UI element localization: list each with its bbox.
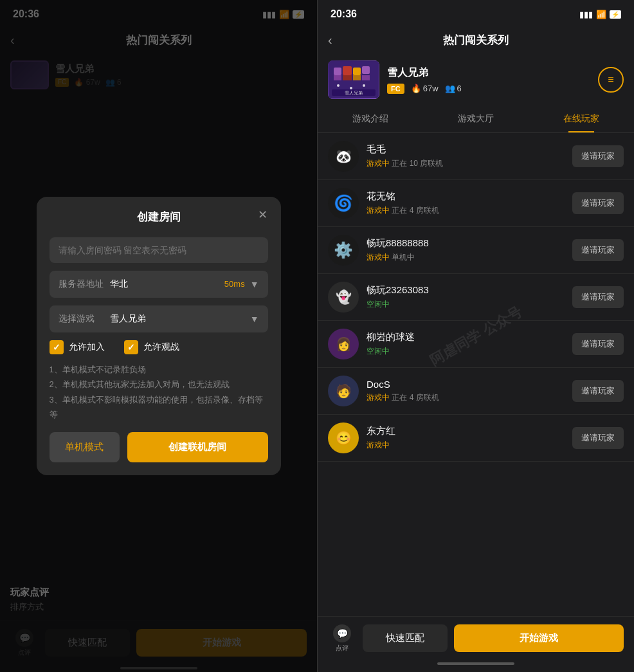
player-avatar-3: ⚙️ [328,235,359,266]
allow-watch-box: ✓ [124,340,138,354]
status-icons-right: ▮▮▮ 📶 ⚡ [579,10,621,19]
invite-btn-1[interactable]: 邀请玩家 [572,145,624,167]
status-text-7: 游戏中 [367,440,390,450]
home-indicator-right [437,662,514,665]
single-mode-btn[interactable]: 单机模式 [50,432,120,462]
back-button-right[interactable]: ‹ [328,33,332,48]
allow-join-box: ✓ [50,340,64,354]
tip-1: 1、单机模式不记录胜负场 [50,362,268,377]
game-thumbnail: 雪人兄弟 [328,60,379,99]
nav-bar-right: ‹ 热门闯关系列 [318,26,634,54]
game-stats-right: FC 🔥 67w 👥 6 [387,84,590,94]
player-info-5: 柳岩的球迷 空闲中 [367,331,565,357]
server-selector[interactable]: 服务器地址 华北 50ms ▼ [50,271,268,298]
menu-icon: ≡ [608,74,613,86]
wifi-icon-right: 📶 [596,10,606,19]
game-menu-btn[interactable]: ≡ [598,67,624,93]
quick-match-btn-right[interactable]: 快速匹配 [363,624,448,652]
status-detail-1b: 正在 10 房联机 [392,159,443,168]
dropdown-arrow-game: ▼ [250,314,259,324]
tab-game-intro[interactable]: 游戏介绍 [318,105,423,132]
modal-close-btn[interactable]: ✕ [255,207,271,222]
invite-btn-6[interactable]: 邀请玩家 [572,380,624,402]
password-input[interactable] [50,237,268,263]
game-name-right: 雪人兄弟 [387,66,590,80]
player-info-7: 东方红 游戏中 [367,425,565,451]
comment-btn-right[interactable]: 💬 点评 [328,624,356,653]
svg-point-10 [350,87,352,89]
player-avatar-5: 👩 [328,329,359,359]
player-status-2: 游戏中 正在 4 房联机 [367,205,565,216]
svg-rect-6 [353,75,361,80]
player-avatar-7: 😊 [328,422,359,453]
tab-online-players[interactable]: 在线玩家 [529,105,634,132]
create-room-modal: 创建房间 ✕ 服务器地址 华北 50ms ▼ 选择游戏 雪人兄弟 ▼ ✓ 允许加… [37,197,281,476]
svg-rect-3 [343,66,352,75]
svg-rect-8 [362,75,370,80]
status-detail-3b: 单机中 [392,253,415,262]
game-pixel-art: 雪人兄弟 [329,61,379,98]
player-info-3: 畅玩88888888 游戏中 单机中 [367,237,565,263]
svg-rect-1 [334,68,341,75]
svg-point-11 [363,84,365,87]
tip-2: 2、单机模式其他玩家无法加入对局，也无法观战 [50,377,268,392]
svg-text:雪人兄弟: 雪人兄弟 [345,91,363,96]
comment-label-right: 点评 [336,644,349,653]
player-name-1: 毛毛 [367,143,565,156]
checkbox-row: ✓ 允许加入 ✓ 允许观战 [50,340,268,354]
start-game-btn-right[interactable]: 开始游戏 [454,624,624,652]
player-avatar-4: 👻 [328,282,359,313]
player-info-1: 毛毛 游戏中 正在 10 房联机 [367,143,565,169]
player-info-4: 畅玩23263083 空闲中 [367,284,565,310]
player-count: 6 [457,84,462,93]
game-selector[interactable]: 选择游戏 雪人兄弟 ▼ [50,305,268,332]
player-item-5: 👩 柳岩的球迷 空闲中 邀请玩家 [318,321,634,368]
game-label: 选择游戏 [59,313,110,325]
invite-btn-3[interactable]: 邀请玩家 [572,239,624,261]
signal-icon-right: ▮▮▮ [579,10,593,19]
status-bar-right: 20:36 ▮▮▮ 📶 ⚡ [318,0,634,26]
comment-icon-right: 💬 [333,624,351,642]
phone-right: 20:36 ▮▮▮ 📶 ⚡ ‹ 热门闯关系列 [317,0,634,672]
player-item-3: ⚙️ 畅玩88888888 游戏中 单机中 邀请玩家 [318,227,634,274]
player-name-2: 花无铭 [367,190,565,203]
invite-btn-2[interactable]: 邀请玩家 [572,192,624,214]
allow-watch-label: 允许观战 [143,341,179,353]
modal-overlay: 创建房间 ✕ 服务器地址 华北 50ms ▼ 选择游戏 雪人兄弟 ▼ ✓ 允许加… [0,0,317,672]
avatar-img-1: 🐼 [328,141,359,172]
player-item-6: 🧑 DocS 游戏中 正在 4 房联机 邀请玩家 [318,368,634,415]
allow-watch-checkbox[interactable]: ✓ 允许观战 [124,340,179,354]
status-text-3: 游戏中 [367,253,390,262]
latency-value: 50ms [224,279,245,289]
people-icon: 👥 [445,84,455,93]
create-room-btn[interactable]: 创建联机房间 [127,432,268,462]
player-name-7: 东方红 [367,425,565,437]
player-status-6: 游戏中 正在 4 房联机 [367,392,565,403]
status-text-2: 游戏中 [367,206,390,215]
allow-join-checkbox[interactable]: ✓ 允许加入 [50,340,105,354]
player-name-4: 畅玩23263083 [367,284,565,296]
player-name-5: 柳岩的球迷 [367,331,565,343]
game-header-right: 雪人兄弟 雪人兄弟 FC 🔥 67w 👥 6 ≡ [318,54,634,105]
fc-badge: FC [387,84,404,94]
player-status-5: 空闲中 [367,346,565,357]
svg-rect-4 [343,75,352,80]
game-thumb-inner: 雪人兄弟 [328,60,379,99]
status-text-5: 空闲中 [367,347,390,356]
avatar-img-3: ⚙️ [328,235,359,266]
svg-rect-5 [353,68,361,75]
phone-left: 20:36 ▮▮▮ 📶 ⚡ ‹ 热门闯关系列 雪人兄弟 FC 🔥 67w 👥 6 [0,0,317,672]
tab-game-hall[interactable]: 游戏大厅 [423,105,529,132]
player-info-6: DocS 游戏中 正在 4 房联机 [367,379,565,403]
invite-btn-5[interactable]: 邀请玩家 [572,333,624,355]
invite-btn-4[interactable]: 邀请玩家 [572,286,624,308]
invite-btn-7[interactable]: 邀请玩家 [572,427,624,449]
player-item-7: 😊 东方红 游戏中 邀请玩家 [318,415,634,462]
game-value: 雪人兄弟 [110,313,250,325]
player-list: 🐼 毛毛 游戏中 正在 10 房联机 邀请玩家 🌀 花无铭 游戏中 [318,133,634,616]
page-title-right: 热门闯关系列 [443,33,509,48]
avatar-img-2: 🌀 [328,188,359,219]
status-text-6: 游戏中 [367,393,390,402]
fire-count: 67w [423,84,439,93]
time-right: 20:36 [331,8,357,20]
